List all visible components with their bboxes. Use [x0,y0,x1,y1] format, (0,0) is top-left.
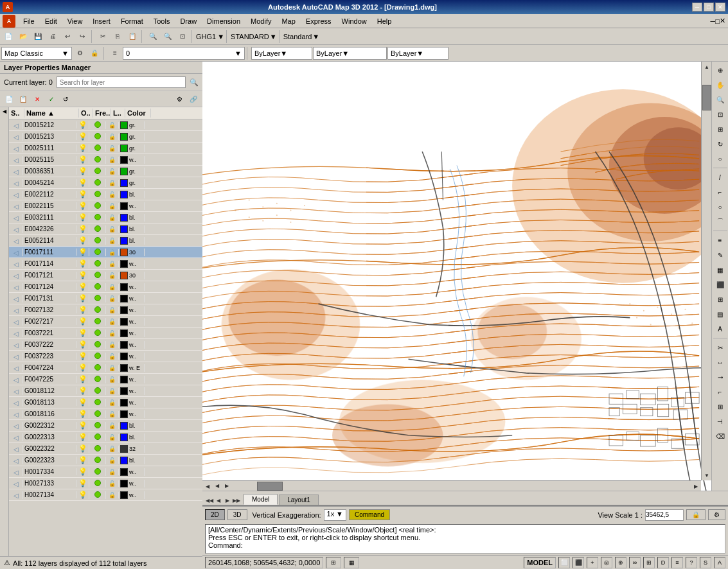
layer-lock-col[interactable]: 🔓 [106,261,119,267]
layer-on-col[interactable]: 💡 [76,179,89,187]
app-maximize-button[interactable]: □ [715,17,720,25]
layer-color-col[interactable]: gr. [119,168,145,175]
layer-lock-col[interactable]: 🔓 [106,134,119,140]
col-freeze[interactable]: Fre.. [93,109,111,118]
layer-color-col[interactable]: bl. [119,191,145,198]
layer-row[interactable]: ◁G0022313💡🔓bl. [9,432,202,443]
layer-lock-col[interactable]: 🔓 [106,423,119,429]
menu-insert[interactable]: Insert [87,16,116,26]
layer-freeze-col[interactable] [89,144,106,152]
layer-freeze-col[interactable] [89,121,106,129]
menu-dimension[interactable]: Dimension [202,16,245,26]
layer-settings-button[interactable]: ⚙ [173,92,186,105]
new-vp-layer-button[interactable]: 📋 [17,92,30,105]
close-button[interactable]: ✕ [715,3,725,12]
layer-row[interactable]: ◁F0017124💡🔓w.. [9,281,202,293]
lineweight-arrow[interactable]: ▼ [416,49,423,57]
dyn-button[interactable]: D [657,557,669,568]
layer-lock-col[interactable]: 🔓 [106,411,119,417]
layer-row[interactable]: ◁F0047224💡🔓w. E [9,362,202,374]
layer-freeze-col[interactable] [89,445,106,453]
layer-freeze-col[interactable] [89,295,106,302]
map-vertical-scrollbar[interactable]: ▲ ▼ [701,62,711,480]
layer-color-col[interactable]: gr. [119,179,145,187]
layer-on-col[interactable]: 💡 [76,155,89,164]
text-size-arrow[interactable]: ▼ [312,33,319,40]
layer-lock-col[interactable]: 🔓 [106,353,119,360]
layer-color-col[interactable]: w.. [119,260,145,268]
copy-button[interactable]: ⎘ [111,30,125,44]
redo-button[interactable]: ↪ [75,30,89,44]
font-dropdown-arrow[interactable]: ▼ [217,33,224,40]
menu-window[interactable]: Window [337,16,372,26]
menu-view[interactable]: View [62,16,88,26]
layer-row[interactable]: ◁G0018112💡🔓w.. [9,385,202,397]
layer-color-col[interactable]: 30 [119,272,145,279]
insert-button[interactable]: ⊞ [713,292,727,306]
layer-color-col[interactable]: w.. [119,329,145,337]
layer-on-col[interactable]: 💡 [76,387,89,395]
zoom-extents-button[interactable]: ⊡ [175,30,190,44]
layer-on-col[interactable]: 💡 [76,167,89,175]
layer-on-col[interactable]: 💡 [76,479,89,487]
layer-on-col[interactable]: 💡 [76,271,89,279]
new-layer-button[interactable]: 📄 [3,92,15,105]
layer-on-col[interactable]: 💡 [76,306,89,314]
layer-row[interactable]: ◁F0027132💡🔓w.. [9,304,202,316]
col-lock[interactable]: L.. [111,109,125,118]
erase-button[interactable]: ⌫ [713,429,727,443]
rotate-button[interactable]: ↻ [713,137,727,151]
layer-on-col[interactable]: 💡 [76,225,89,233]
zoom-extents-rt-button[interactable]: ⊞ [713,122,727,136]
layer-lock-col[interactable]: 🔓 [106,388,119,394]
layer-color-col[interactable]: w.. [119,295,145,302]
app-icon[interactable]: A [3,15,15,28]
layer-freeze-col[interactable] [89,318,106,326]
model-icon[interactable]: ⬜ [558,557,570,568]
layer-color-col[interactable]: w.. [119,491,145,499]
layer-lock-col[interactable]: 🔓 [106,122,119,128]
layer-lock-col[interactable]: 🔓 [106,365,119,371]
menu-draw[interactable]: Draw [175,16,202,26]
delete-layer-button[interactable]: ✕ [31,92,44,105]
collapse-arrow[interactable]: ◀ [3,109,6,114]
layer-row[interactable]: ◁F0047225💡🔓w.. [9,374,202,385]
workspace-dropdown[interactable]: Map Classic ▼ [1,47,72,60]
layer-manager-button[interactable]: ≡ [108,46,122,60]
layer-freeze-col[interactable] [89,202,106,210]
maximize-button[interactable]: □ [704,3,714,12]
menu-tools[interactable]: Tools [148,16,175,26]
layer-lock-col[interactable]: 🔓 [106,214,119,221]
layer-on-col[interactable]: 💡 [76,491,89,499]
layer-freeze-col[interactable] [89,272,106,279]
layer-color-col[interactable]: w.. [119,410,145,418]
layer-on-col[interactable]: 💡 [76,363,89,372]
menu-file[interactable]: File [18,16,40,26]
minimize-button[interactable]: ─ [692,3,702,12]
line-button[interactable]: / [713,170,727,184]
scale-settings-button[interactable]: ⚙ [708,509,725,520]
layer-freeze-col[interactable] [89,433,106,441]
tab-nav-prev[interactable]: ◀ [214,496,223,505]
layer-on-col[interactable]: 💡 [76,213,89,222]
plot-button[interactable]: 🖨 [46,30,60,44]
menu-format[interactable]: Format [116,16,148,26]
scroll-left-button[interactable]: ◀ [202,481,213,491]
layer-row[interactable]: ◁D0045214💡🔓gr. [9,177,202,189]
layer-on-col[interactable]: 💡 [76,444,89,453]
linetype-arrow[interactable]: ▼ [342,49,349,57]
match-button[interactable]: ✎ [713,248,727,262]
layer-row[interactable]: ◁H0027134💡🔓w.. [9,489,202,501]
workspace-arrow[interactable]: ▼ [62,49,69,57]
2d-button[interactable]: 2D [205,509,225,520]
layer-color-col[interactable]: bl. [119,237,145,245]
layer-freeze-col[interactable] [89,156,106,164]
layer-freeze-col[interactable] [89,225,106,233]
layer-freeze-col[interactable] [89,249,106,256]
layer-on-col[interactable]: 💡 [76,248,89,256]
ducs-button[interactable]: ⊞ [643,557,655,568]
layer-color-col[interactable]: w.. [119,202,145,210]
table-button[interactable]: ▤ [713,307,727,321]
layer-lock-col[interactable]: 🔓 [106,434,119,441]
menu-help[interactable]: Help [372,16,397,26]
